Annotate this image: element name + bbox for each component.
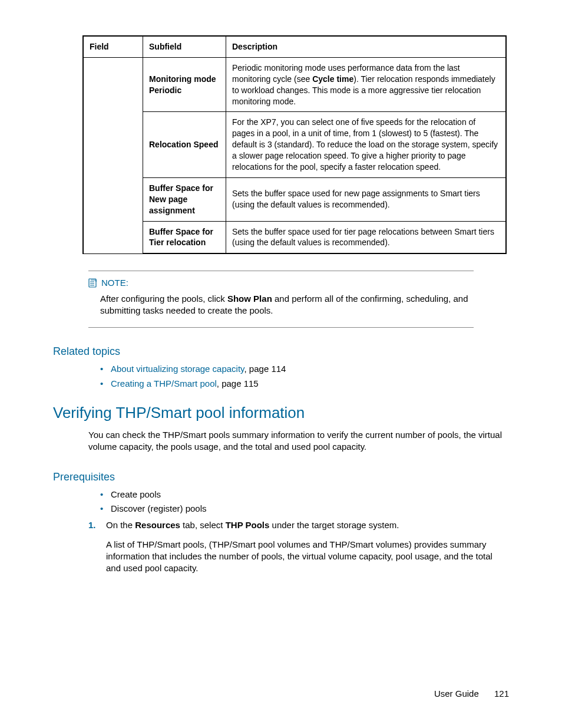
- step-text: On the Resources tab, select THP Pools u…: [106, 519, 509, 531]
- note-block: NOTE: After configuring the pools, click…: [88, 271, 474, 328]
- note-label: NOTE:: [101, 277, 128, 289]
- footer-label: User Guide: [434, 689, 479, 699]
- description-cell: For the XP7, you can select one of five …: [226, 112, 507, 177]
- page-number: 121: [494, 689, 509, 699]
- table-row: Relocation Speed For the XP7, you can se…: [83, 112, 506, 177]
- related-link[interactable]: About virtualizing storage capacity: [111, 364, 244, 374]
- related-topics-list: About virtualizing storage capacity, pag…: [100, 363, 509, 390]
- table-row: Buffer Space for New page assignment Set…: [83, 177, 506, 221]
- steps-list: 1. On the Resources tab, select THP Pool…: [88, 519, 509, 574]
- field-description-table: Field Subfield Description Monitoring mo…: [82, 35, 507, 254]
- step-number: 1.: [88, 519, 96, 531]
- subfield-cell: Buffer Space for New page assignment: [143, 177, 226, 221]
- section-heading-verifying: Verifying THP/Smart pool information: [53, 403, 509, 423]
- description-cell: Periodic monitoring mode uses performanc…: [226, 57, 507, 112]
- list-item: Discover (register) pools: [100, 503, 509, 515]
- related-topics-heading: Related topics: [53, 344, 509, 358]
- note-icon: [88, 278, 98, 288]
- step-item: 1. On the Resources tab, select THP Pool…: [88, 519, 509, 574]
- list-item: Creating a THP/Smart pool, page 115: [100, 378, 509, 390]
- section-intro: You can check the THP/Smart pools summar…: [88, 429, 509, 453]
- related-link[interactable]: Creating a THP/Smart pool: [111, 378, 217, 388]
- col-header-subfield: Subfield: [143, 36, 226, 57]
- page-footer: User Guide 121: [434, 688, 509, 700]
- subfield-cell: Monitoring mode Periodic: [143, 57, 226, 112]
- list-item: Create pools: [100, 489, 509, 500]
- list-item: About virtualizing storage capacity, pag…: [100, 363, 509, 375]
- description-cell: Sets the buffer space used for tier page…: [226, 221, 507, 253]
- prerequisites-list: Create pools Discover (register) pools: [100, 489, 509, 515]
- table-row: Buffer Space for Tier relocation Sets th…: [83, 221, 506, 253]
- subfield-cell: Relocation Speed: [143, 112, 226, 177]
- prerequisites-heading: Prerequisites: [53, 470, 509, 484]
- step-paragraph: A list of THP/Smart pools, (THP/Smart po…: [106, 539, 509, 575]
- table-row: Monitoring mode Periodic Periodic monito…: [83, 57, 506, 112]
- subfield-cell: Buffer Space for Tier relocation: [143, 221, 226, 253]
- col-header-field: Field: [83, 36, 143, 57]
- note-text: After configuring the pools, click Show …: [100, 293, 474, 317]
- field-cell-empty: [83, 57, 143, 253]
- description-cell: Sets the buffer space used for new page …: [226, 177, 507, 221]
- col-header-description: Description: [226, 36, 507, 57]
